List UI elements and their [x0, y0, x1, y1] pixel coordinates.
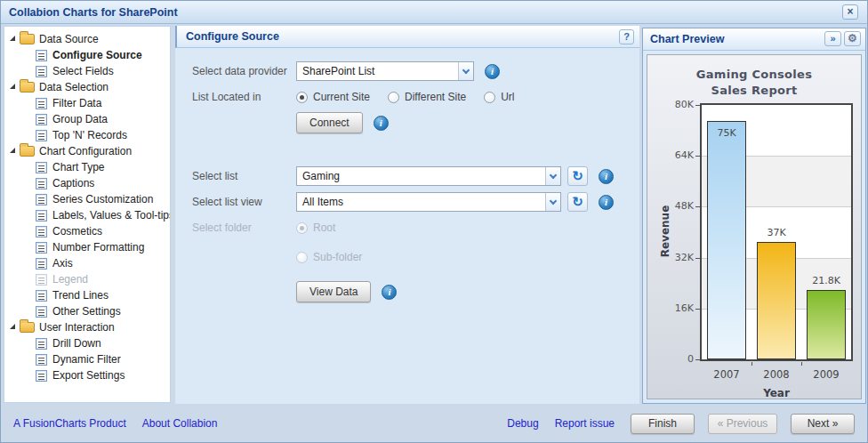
- folder-icon: [20, 34, 35, 44]
- select-list-view-select[interactable]: All Items: [296, 192, 561, 212]
- list-item-icon: [36, 306, 47, 318]
- info-icon[interactable]: i: [599, 195, 614, 210]
- tree-item-drill-down[interactable]: Drill Down: [8, 335, 168, 351]
- list-item-icon: [36, 210, 47, 222]
- list-item-icon: [36, 66, 47, 77]
- info-icon[interactable]: i: [374, 116, 389, 131]
- radio-current-site-label: Current Site: [313, 91, 370, 103]
- y-tick-label: 16K: [656, 302, 694, 314]
- tree-item-label: Drill Down: [52, 337, 101, 350]
- tree-item-label: Group Data: [52, 113, 108, 125]
- panel-header: Configure Source ?: [175, 26, 639, 48]
- tree-item-group-data[interactable]: Group Data: [8, 111, 168, 127]
- radio-current-site[interactable]: Current Site: [296, 91, 370, 103]
- list-item-icon: [36, 290, 47, 302]
- tree-item-axis[interactable]: Axis: [8, 255, 168, 271]
- list-item-icon: [36, 370, 47, 382]
- refresh-icon[interactable]: ↻: [567, 166, 588, 186]
- chevron-down-icon[interactable]: [545, 193, 560, 211]
- expander-icon[interactable]: [10, 84, 15, 89]
- radio-different-site-label: Different Site: [405, 91, 466, 103]
- collabion-dialog: Collabion Charts for SharePoint × Data S…: [0, 0, 868, 443]
- tree-item-cosmetics[interactable]: Cosmetics: [8, 223, 168, 239]
- tree-item-dynamic-filter[interactable]: Dynamic Filter: [8, 351, 168, 367]
- tree-folder-label: Data Source: [39, 33, 99, 45]
- tree-item-filter-data[interactable]: Filter Data: [8, 95, 168, 111]
- chevron-down-icon[interactable]: [458, 62, 473, 80]
- sub-folder-row: Sub-folder: [192, 246, 639, 268]
- list-located-row: List Located in Current SiteDifferent Si…: [192, 86, 639, 108]
- list-item-icon: [36, 162, 47, 173]
- chevron-down-icon[interactable]: [545, 167, 560, 185]
- tree-item-chart-type[interactable]: Chart Type: [8, 159, 168, 175]
- expander-icon[interactable]: [10, 324, 15, 329]
- tree-item-top-n-records[interactable]: Top 'N' Records: [8, 127, 168, 143]
- configure-source-panel: Configure Source ? Select data provider …: [175, 26, 639, 404]
- info-icon[interactable]: i: [599, 169, 614, 184]
- radio-url[interactable]: Url: [484, 91, 514, 103]
- radio-icon[interactable]: [388, 92, 399, 103]
- tree-folder-chart-configuration[interactable]: Chart Configuration: [8, 143, 168, 159]
- tree-item-other-settings[interactable]: Other Settings: [8, 303, 168, 319]
- radio-sub-folder-label: Sub-folder: [313, 251, 362, 263]
- close-icon[interactable]: ×: [842, 4, 858, 20]
- footer-link-debug[interactable]: Debug: [507, 417, 538, 430]
- y-axis-title: Revenue: [659, 178, 671, 285]
- tree-folder-label: User Interaction: [39, 321, 115, 334]
- finish-button[interactable]: Finish: [631, 414, 695, 434]
- tree-item-label: Filter Data: [52, 97, 101, 109]
- tree-item-number-formatting[interactable]: Number Formatting: [8, 239, 168, 255]
- x-tick-label: 2009: [800, 368, 853, 381]
- expander-icon[interactable]: [10, 36, 15, 41]
- tree-item-labels-values-tool-tips[interactable]: Labels, Values & Tool-tips: [8, 207, 168, 223]
- tree-item-label: Top 'N' Records: [52, 129, 127, 141]
- tree-item-select-fields[interactable]: Select Fields: [8, 63, 168, 79]
- preview-title: Chart Preview: [650, 33, 724, 45]
- expand-panel-icon[interactable]: »: [824, 31, 841, 46]
- folder-icon: [20, 146, 35, 157]
- tree-folder-data-selection[interactable]: Data Selection: [8, 79, 168, 95]
- footer-link-about-collabion[interactable]: About Collabion: [142, 417, 218, 430]
- help-icon[interactable]: ?: [619, 29, 634, 44]
- select-list-view-value: All Items: [297, 193, 545, 211]
- select-list-select[interactable]: Gaming: [296, 166, 561, 186]
- radio-different-site[interactable]: Different Site: [388, 91, 466, 103]
- footer-link-a-fusioncharts-product[interactable]: A FusionCharts Product: [13, 417, 126, 430]
- view-data-button[interactable]: View Data: [296, 281, 371, 302]
- radio-icon[interactable]: [484, 92, 495, 103]
- tree-folder-data-source[interactable]: Data Source: [8, 31, 168, 47]
- tree-folder-user-interaction[interactable]: User Interaction: [8, 319, 168, 335]
- panel-title: Configure Source: [186, 30, 279, 43]
- chart-canvas: Gaming ConsolesSales Report016K32K48K64K…: [647, 54, 862, 399]
- tree-item-label: Chart Type: [52, 161, 104, 173]
- tree-item-trend-lines[interactable]: Trend Lines: [8, 287, 168, 303]
- list-item-icon: [36, 226, 47, 238]
- tree-item-configure-source[interactable]: Configure Source: [8, 47, 168, 63]
- refresh-icon[interactable]: ↻: [567, 192, 588, 212]
- expander-icon[interactable]: [10, 148, 15, 153]
- select-list-row: Select list Gaming ↻ i: [192, 165, 639, 187]
- list-item-icon: [36, 178, 47, 189]
- data-provider-select[interactable]: SharePoint List: [296, 61, 474, 81]
- info-icon[interactable]: i: [485, 64, 500, 79]
- x-axis-title: Year: [702, 387, 851, 399]
- list-located-options: Current SiteDifferent SiteUrl: [296, 91, 533, 103]
- gear-icon[interactable]: ⚙: [844, 31, 861, 46]
- select-list-label: Select list: [192, 170, 296, 182]
- navigation-tree: Data SourceConfigure SourceSelect Fields…: [4, 26, 171, 403]
- footer-link-report-issue[interactable]: Report issue: [555, 417, 615, 430]
- next-button[interactable]: Next »: [791, 414, 855, 434]
- info-icon[interactable]: i: [382, 285, 397, 300]
- connect-button[interactable]: Connect: [296, 112, 363, 133]
- list-item-icon: [36, 114, 47, 125]
- radio-icon: [296, 222, 308, 234]
- tree-item-captions[interactable]: Captions: [8, 175, 168, 191]
- x-axis-tick: [801, 362, 802, 366]
- radio-icon[interactable]: [296, 92, 308, 103]
- tree-item-label: Axis: [52, 257, 73, 270]
- list-item-icon: [36, 354, 47, 366]
- y-tick-label: 0: [656, 353, 694, 365]
- tree-item-series-customization[interactable]: Series Customization: [8, 191, 168, 207]
- folder-icon: [20, 82, 35, 93]
- tree-item-export-settings[interactable]: Export Settings: [8, 367, 168, 383]
